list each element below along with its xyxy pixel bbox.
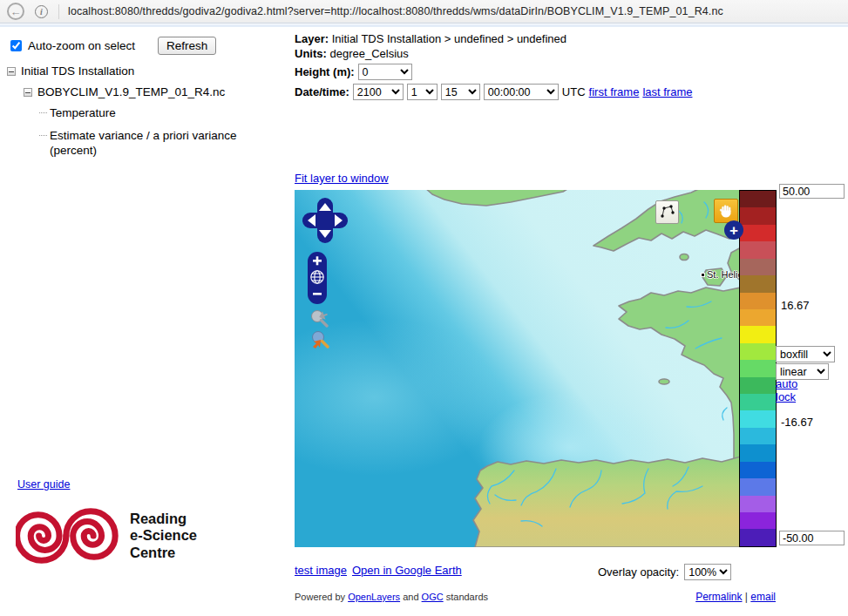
toolbar-divider: [58, 4, 59, 19]
colorbar[interactable]: [739, 190, 777, 547]
fit-layer-link[interactable]: Fit layer to window: [295, 172, 389, 185]
layer-info-panel: Layer: Initial TDS Installation > undefi…: [295, 32, 692, 102]
units-label: Units:: [295, 47, 327, 60]
datetime-label: Date/time:: [295, 85, 349, 98]
opacity-select[interactable]: 100%: [684, 564, 731, 580]
tree-leaf-temperature[interactable]: Temperature: [50, 105, 263, 121]
polygon-draw-icon: [658, 203, 676, 221]
toolbar-accent-strip: [0, 24, 848, 27]
page-info-icon[interactable]: i: [35, 5, 48, 18]
tree-leaf-variance[interactable]: Estimate variance / a priori variance (p…: [50, 128, 263, 159]
colorbar-band: [740, 241, 776, 258]
colorbar-band: [740, 293, 776, 309]
lock-scale-link[interactable]: lock: [776, 390, 796, 403]
opacity-label: Overlay opacity:: [598, 565, 679, 579]
collapse-icon[interactable]: [24, 88, 32, 97]
pan-control-icon[interactable]: [302, 197, 349, 244]
colorbar-band: [740, 191, 776, 207]
height-select[interactable]: 0: [358, 64, 412, 80]
colorbar-band: [740, 225, 776, 241]
colorbar-band: [740, 496, 776, 512]
scale-upper-label: 16.67: [781, 299, 810, 312]
page: ← i localhost:8080/thredds/godiva2/godiv…: [0, 0, 848, 616]
layer-value: Initial TDS Installation > undefined > u…: [332, 32, 566, 45]
height-label: Height (m):: [295, 65, 355, 78]
day-select[interactable]: 15: [441, 84, 480, 100]
test-image-link[interactable]: test image: [295, 564, 347, 577]
resc-spiral-icon: [16, 508, 122, 564]
map-viewport[interactable]: St. Helier: [295, 190, 739, 547]
resc-logo-text: Reading e-Science Centre: [130, 511, 197, 561]
tree-node-dataset[interactable]: BOBYCLIM_V1.9_TEMP_01_R4.nc: [24, 85, 263, 98]
autozoom-checkbox[interactable]: [10, 40, 22, 51]
zoom-history-back-icon[interactable]: [309, 330, 330, 349]
time-select[interactable]: 00:00:00: [484, 84, 559, 100]
colorbar-band: [740, 377, 776, 394]
email-link[interactable]: email: [750, 591, 776, 603]
scale-min-input[interactable]: [779, 531, 845, 545]
place-marker-icon: [701, 273, 705, 277]
colorbar-band: [740, 444, 776, 461]
palette-style-select[interactable]: boxfill: [776, 346, 835, 362]
colorbar-band: [740, 428, 776, 444]
layer-switcher-button[interactable]: +: [724, 220, 743, 240]
colorbar-band: [740, 529, 776, 545]
resc-logo: Reading e-Science Centre: [16, 508, 197, 564]
tree-root-label: Initial TDS Installation: [21, 64, 134, 78]
zoom-control-icon[interactable]: [307, 251, 328, 305]
units-value: degree_Celsius: [329, 47, 408, 60]
colorbar-band: [740, 512, 776, 529]
colorbar-band: [740, 259, 776, 275]
scale-lower-label: -16.67: [781, 416, 813, 429]
colorbar-band: [740, 309, 776, 326]
colorbar-band: [740, 275, 776, 292]
map-land-layer: [295, 190, 739, 547]
colorbar-band: [740, 343, 776, 360]
layer-label: Layer:: [295, 32, 329, 45]
powered-by-text: Powered by OpenLayers and OGC standards: [295, 592, 488, 602]
open-google-earth-link[interactable]: Open in Google Earth: [352, 564, 462, 577]
colorbar-band: [740, 478, 776, 495]
browser-toolbar: ← i localhost:8080/thredds/godiva2/godiv…: [0, 0, 848, 24]
year-select[interactable]: 2100: [353, 84, 404, 100]
colorbar-band: [740, 462, 776, 478]
permalink-row: Permalink | email: [695, 591, 776, 603]
measure-tool-button[interactable]: [655, 200, 679, 224]
auto-scale-link[interactable]: auto: [776, 377, 797, 390]
back-icon[interactable]: ←: [7, 3, 24, 20]
place-label-st-helier: St. Helier: [701, 269, 739, 280]
first-frame-link[interactable]: first frame: [589, 85, 640, 98]
ogc-link[interactable]: OGC: [422, 592, 444, 602]
colorbar-band: [740, 410, 776, 427]
permalink-link[interactable]: Permalink: [695, 591, 742, 603]
scale-max-input[interactable]: [779, 184, 845, 199]
tree-dataset-label: BOBYCLIM_V1.9_TEMP_01_R4.nc: [37, 85, 225, 98]
zoom-history-forward-icon[interactable]: [309, 308, 330, 328]
dataset-tree: Initial TDS Installation BOBYCLIM_V1.9_T…: [7, 64, 263, 159]
refresh-button[interactable]: Refresh: [158, 37, 216, 55]
address-bar[interactable]: localhost:8080/thredds/godiva2/godiva2.h…: [68, 5, 723, 17]
hand-icon: [717, 202, 735, 220]
utc-label: UTC: [562, 85, 586, 98]
user-guide-link[interactable]: User guide: [17, 478, 70, 491]
month-select[interactable]: 1: [407, 84, 438, 100]
collapse-icon[interactable]: [7, 67, 16, 76]
last-frame-link[interactable]: last frame: [642, 85, 692, 98]
tree-node-root[interactable]: Initial TDS Installation: [7, 64, 263, 78]
pan-mode-button[interactable]: [714, 199, 738, 223]
colorbar-band: [740, 394, 776, 410]
colorbar-band: [740, 326, 776, 342]
colorbar-band: [740, 207, 776, 224]
openlayers-link[interactable]: OpenLayers: [348, 592, 400, 602]
autozoom-label: Auto-zoom on select: [28, 39, 135, 52]
colorbar-band: [740, 360, 776, 376]
